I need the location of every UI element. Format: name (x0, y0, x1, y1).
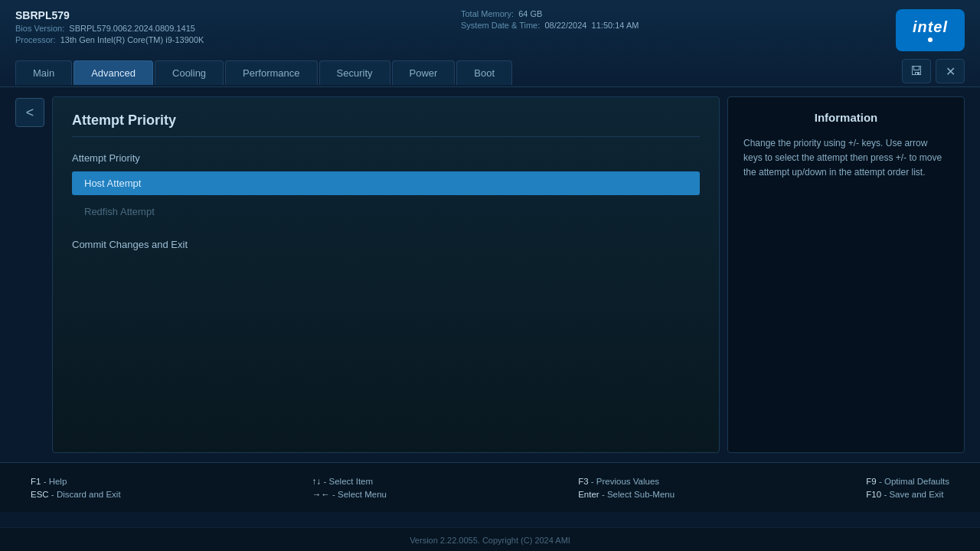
arrows-desc: - Select Item (324, 477, 374, 486)
footer-enter: Enter - Select Sub-Menu (578, 490, 675, 499)
lr-arrows-desc: - Select Menu (332, 490, 387, 499)
version-bar: Version 2.22.0055. Copyright (C) 2024 AM… (0, 527, 980, 551)
f10-desc: - Save and Exit (884, 490, 943, 499)
tab-advanced[interactable]: Advanced (74, 60, 153, 85)
option-host-label: Host Attempt (84, 178, 141, 189)
bios-label: Bios Version: (15, 24, 64, 33)
tab-boot[interactable]: Boot (456, 60, 512, 85)
system-specs: Total Memory: 64 GB System Date & Time: … (461, 9, 639, 30)
esc-key: ESC (31, 490, 49, 499)
f3-key: F3 (578, 477, 588, 486)
lr-arrows-key: →← (312, 490, 330, 499)
f9-key: F9 (866, 477, 876, 486)
tab-cooling[interactable]: Cooling (155, 60, 224, 85)
footer-arrows: ↑↓ - Select Item (312, 477, 387, 486)
f3-desc: - Previous Values (591, 477, 659, 486)
datetime-label: System Date & Time: (461, 21, 540, 30)
bios-version-row: Bios Version: SBRPL579.0062.2024.0809.14… (15, 24, 204, 33)
content-panel: Attempt Priority Attempt Priority Host A… (52, 96, 720, 453)
esc-desc: - Discard and Exit (51, 490, 121, 499)
intel-text: intel (913, 18, 948, 36)
processor-value: 13th Gen Intel(R) Core(TM) i9-13900K (60, 35, 204, 44)
memory-row: Total Memory: 64 GB (461, 9, 639, 18)
save-icon-button[interactable]: 🖫 (902, 59, 931, 83)
header-top: SBRPL579 Bios Version: SBRPL579.0062.202… (15, 9, 965, 51)
footer-f9: F9 - Optimal Defaults (866, 477, 949, 486)
tab-security[interactable]: Security (319, 60, 390, 85)
arrows-key: ↑↓ (312, 477, 322, 486)
system-info: SBRPL579 Bios Version: SBRPL579.0062.202… (15, 9, 204, 44)
option-redfish-label: Redfish Attempt (84, 206, 155, 217)
back-button[interactable]: < (15, 98, 44, 127)
info-title: Information (743, 111, 949, 124)
nav-actions: 🖫 ✕ (902, 59, 965, 86)
settings-section: Attempt Priority Host Attempt Redfish At… (72, 152, 700, 223)
f9-desc: - Optimal Defaults (879, 477, 949, 486)
nav-bar: Main Advanced Cooling Performance Securi… (15, 59, 965, 86)
footer-lr-arrows: →← - Select Menu (312, 490, 387, 499)
nav-tabs: Main Advanced Cooling Performance Securi… (15, 60, 512, 85)
intel-logo-inner: intel (913, 18, 948, 42)
memory-label: Total Memory: (461, 9, 514, 18)
footer-col-1: F1 - Help ESC - Discard and Exit (31, 477, 121, 499)
close-icon: ✕ (946, 64, 956, 79)
system-id: SBRPL579 (15, 9, 204, 21)
save-icon: 🖫 (910, 64, 923, 78)
page-title: Attempt Priority (72, 112, 700, 137)
commit-changes-button[interactable]: Commit Changes and Exit (72, 236, 700, 253)
option-host-attempt[interactable]: Host Attempt (72, 171, 700, 195)
info-panel: Information Change the priority using +/… (727, 96, 965, 453)
footer-f3: F3 - Previous Values (578, 477, 675, 486)
enter-desc: - Select Sub-Menu (602, 490, 675, 499)
f1-key: F1 (31, 477, 41, 486)
footer-col-4: F9 - Optimal Defaults F10 - Save and Exi… (866, 477, 949, 499)
option-redfish-attempt[interactable]: Redfish Attempt (72, 200, 700, 223)
time-value: 11:50:14 AM (592, 21, 639, 30)
info-text: Change the priority using +/- keys. Use … (743, 136, 949, 181)
attempt-priority-label: Attempt Priority (72, 152, 700, 164)
footer-col-2: ↑↓ - Select Item →← - Select Menu (312, 477, 387, 499)
header: SBRPL579 Bios Version: SBRPL579.0062.202… (0, 0, 980, 87)
intel-circle (928, 37, 933, 42)
close-icon-button[interactable]: ✕ (936, 59, 965, 83)
enter-key: Enter (578, 490, 599, 499)
footer-f1: F1 - Help (31, 477, 121, 486)
tab-performance[interactable]: Performance (225, 60, 317, 85)
intel-logo: intel (896, 9, 965, 51)
version-text: Version 2.22.0055. Copyright (C) 2024 AM… (410, 536, 570, 545)
footer-esc: ESC - Discard and Exit (31, 490, 121, 499)
f10-key: F10 (866, 490, 881, 499)
processor-row: Processor: 13th Gen Intel(R) Core(TM) i9… (15, 35, 204, 44)
tab-main[interactable]: Main (15, 60, 72, 85)
footer: F1 - Help ESC - Discard and Exit ↑↓ - Se… (0, 462, 980, 512)
datetime-row: System Date & Time: 08/22/2024 11:50:14 … (461, 21, 639, 30)
footer-f10: F10 - Save and Exit (866, 490, 949, 499)
tab-power[interactable]: Power (392, 60, 456, 85)
footer-col-3: F3 - Previous Values Enter - Select Sub-… (578, 477, 675, 499)
memory-value: 64 GB (518, 9, 542, 18)
back-arrow-icon: < (26, 105, 34, 121)
processor-label: Processor: (15, 35, 56, 44)
date-value: 08/22/2024 (544, 21, 586, 30)
f1-desc: - Help (44, 477, 67, 486)
main-content: < Attempt Priority Attempt Priority Host… (0, 87, 980, 462)
bios-version: SBRPL579.0062.2024.0809.1415 (69, 24, 195, 33)
